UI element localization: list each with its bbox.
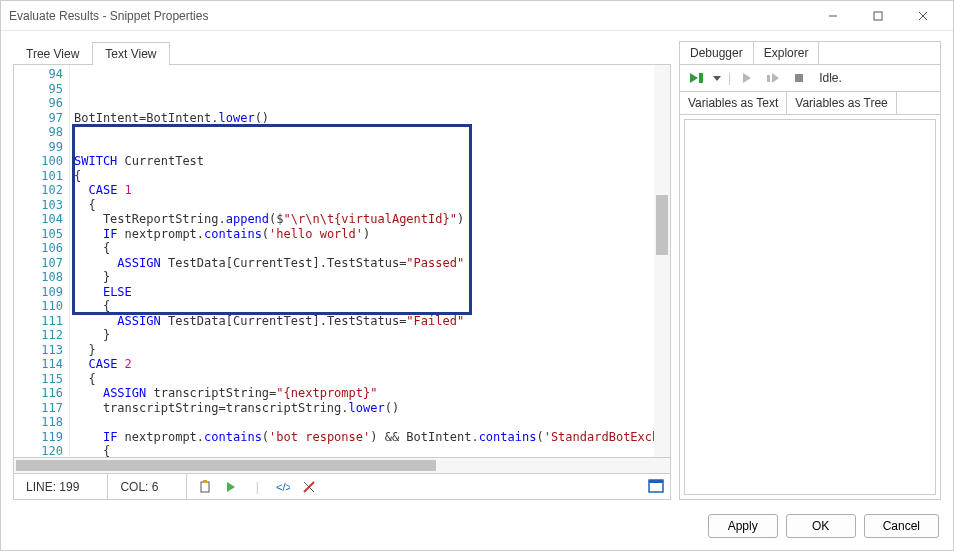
scrollbar-vertical[interactable] <box>654 65 670 457</box>
line-gutter: 9495969798991001011021031041051061071081… <box>14 65 70 457</box>
ok-button[interactable]: OK <box>786 514 856 538</box>
status-col: COL: 6 <box>108 474 187 499</box>
debug-toolbar: | Idle. <box>680 65 940 92</box>
debug-step-icon[interactable] <box>763 69 783 87</box>
window-restore-icon[interactable] <box>648 478 664 494</box>
tab-debugger[interactable]: Debugger <box>680 42 754 64</box>
minimize-button[interactable] <box>810 2 855 30</box>
titlebar: Evaluate Results - Snippet Properties <box>1 1 953 31</box>
tab-explorer[interactable]: Explorer <box>754 42 820 64</box>
play-icon[interactable] <box>223 479 239 495</box>
cancel-button[interactable]: Cancel <box>864 514 939 538</box>
code-brackets-icon[interactable]: </> <box>275 479 291 495</box>
tab-tree-view[interactable]: Tree View <box>13 42 92 65</box>
svg-rect-11 <box>649 480 663 483</box>
statusbar: LINE: 199 COL: 6 | </> <box>13 474 671 500</box>
status-right <box>648 478 670 496</box>
dropdown-icon[interactable] <box>712 69 722 87</box>
debug-continue-icon[interactable] <box>737 69 757 87</box>
right-panel: Debugger Explorer | Idle. Variables as T… <box>679 41 941 500</box>
view-tabs: Tree View Text View <box>13 41 671 65</box>
scrollbar-vertical-thumb[interactable] <box>656 195 668 255</box>
right-tabs: Debugger Explorer <box>680 42 940 65</box>
tab-variables-text[interactable]: Variables as Text <box>680 92 787 114</box>
svg-rect-13 <box>699 73 703 83</box>
svg-rect-4 <box>201 482 209 492</box>
tab-variables-tree[interactable]: Variables as Tree <box>787 92 897 114</box>
svg-marker-12 <box>690 73 698 83</box>
svg-rect-16 <box>767 75 770 82</box>
toolbar-divider: | <box>728 71 731 85</box>
svg-text:</>: </> <box>276 481 290 493</box>
status-line: LINE: 199 <box>14 474 108 499</box>
variables-tabs: Variables as Text Variables as Tree <box>680 92 940 115</box>
svg-rect-18 <box>795 74 803 82</box>
variables-body <box>684 119 936 495</box>
window-controls <box>810 2 945 30</box>
svg-marker-15 <box>743 73 751 83</box>
tab-text-view[interactable]: Text View <box>92 42 169 65</box>
svg-rect-1 <box>874 12 882 20</box>
debug-status: Idle. <box>819 71 842 85</box>
svg-marker-14 <box>713 76 721 81</box>
scrollbar-horizontal[interactable] <box>13 458 671 474</box>
pencil-strike-icon[interactable] <box>301 479 317 495</box>
divider-icon: | <box>249 479 265 495</box>
svg-rect-5 <box>203 480 207 483</box>
paste-icon[interactable] <box>197 479 213 495</box>
window-title: Evaluate Results - Snippet Properties <box>9 9 810 23</box>
close-button[interactable] <box>900 2 945 30</box>
debug-start-icon[interactable] <box>686 69 706 87</box>
apply-button[interactable]: Apply <box>708 514 778 538</box>
code-area[interactable]: BotIntent=BotIntent.lower()SWITCH Curren… <box>70 65 670 457</box>
content: Tree View Text View 94959697989910010110… <box>1 31 953 504</box>
svg-marker-6 <box>227 482 235 492</box>
code-editor[interactable]: 9495969798991001011021031041051061071081… <box>13 65 671 458</box>
debug-stop-icon[interactable] <box>789 69 809 87</box>
window: Evaluate Results - Snippet Properties Tr… <box>0 0 954 551</box>
maximize-button[interactable] <box>855 2 900 30</box>
left-panel: Tree View Text View 94959697989910010110… <box>13 41 671 500</box>
status-icons: | </> <box>187 479 648 495</box>
svg-marker-17 <box>772 73 779 83</box>
dialog-buttons: Apply OK Cancel <box>1 504 953 550</box>
scrollbar-horizontal-thumb[interactable] <box>16 460 436 471</box>
